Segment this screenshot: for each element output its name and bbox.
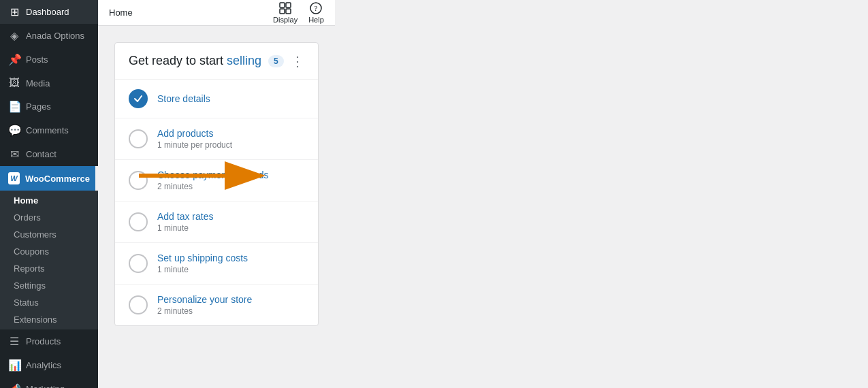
sidebar-item-marketing[interactable]: 📣 Marketing bbox=[0, 377, 98, 388]
sidebar-item-label: Contact bbox=[26, 149, 57, 159]
task-text: Personalize your store 2 minutes bbox=[157, 294, 252, 316]
main-area: Home Display ? Help bbox=[98, 0, 335, 388]
sidebar-item-label: Analytics bbox=[26, 360, 61, 370]
task-label[interactable]: Store details bbox=[157, 93, 210, 104]
display-label: Display bbox=[273, 16, 298, 24]
display-button[interactable]: Display bbox=[273, 2, 298, 24]
task-text: Add products 1 minute per product bbox=[157, 128, 232, 150]
sidebar-item-label: Pages bbox=[26, 101, 51, 112]
task-circle-empty bbox=[129, 295, 148, 314]
task-label[interactable]: Add tax rates bbox=[157, 211, 214, 222]
card-title-text: Get ready to start bbox=[129, 54, 227, 67]
task-sublabel: 1 minute bbox=[157, 265, 248, 274]
help-label: Help bbox=[308, 16, 324, 24]
svg-rect-3 bbox=[286, 9, 291, 14]
comment-icon: 💬 bbox=[8, 124, 20, 137]
woo-sub-coupons[interactable]: Coupons bbox=[0, 243, 98, 260]
task-circle-empty bbox=[129, 254, 148, 273]
sidebar-item-label: Products bbox=[26, 336, 61, 346]
task-label[interactable]: Add products bbox=[157, 128, 232, 139]
display-icon bbox=[279, 2, 291, 14]
woocommerce-header[interactable]: W WooCommerce bbox=[0, 166, 98, 191]
task-label[interactable]: Personalize your store bbox=[157, 294, 252, 305]
sidebar-item-label: Dashboard bbox=[26, 7, 69, 17]
sidebar: Dashboard Anada Options 📌 Posts 🖼 Media … bbox=[0, 0, 98, 388]
task-item-add-tax[interactable]: Add tax rates 1 minute bbox=[115, 201, 318, 243]
sidebar-item-comments[interactable]: 💬 Comments bbox=[0, 118, 98, 142]
woo-sub-extensions[interactable]: Extensions bbox=[0, 311, 98, 328]
image-icon: 🖼 bbox=[8, 77, 20, 89]
sidebar-item-anada-options[interactable]: Anada Options bbox=[0, 24, 98, 48]
task-circle-empty bbox=[129, 129, 148, 148]
task-sublabel: 1 minute bbox=[157, 223, 214, 233]
card-title-highlight: selling bbox=[227, 54, 261, 67]
help-icon: ? bbox=[310, 2, 322, 14]
topbar: Home Display ? Help bbox=[98, 0, 335, 26]
topbar-actions: Display ? Help bbox=[273, 2, 324, 24]
task-label[interactable]: Choose payment methods bbox=[157, 169, 268, 180]
pin-icon: 📌 bbox=[8, 53, 20, 66]
sidebar-item-pages[interactable]: 📄 Pages bbox=[0, 95, 98, 118]
document-icon: 📄 bbox=[8, 100, 20, 113]
task-item-store-details[interactable]: Store details bbox=[115, 80, 318, 118]
task-sublabel: 1 minute per product bbox=[157, 140, 232, 150]
sidebar-item-media[interactable]: 🖼 Media bbox=[0, 71, 98, 95]
woo-sub-customers[interactable]: Customers bbox=[0, 226, 98, 243]
setup-card: Get ready to start selling 5 ⋮ Store det… bbox=[114, 42, 319, 326]
breadcrumb: Home bbox=[109, 7, 133, 18]
woo-sub-settings[interactable]: Settings bbox=[0, 277, 98, 294]
sidebar-item-label: Anada Options bbox=[26, 31, 84, 41]
checkmark-icon bbox=[133, 94, 143, 103]
sidebar-item-label: Marketing bbox=[26, 384, 65, 388]
envelope-icon: ✉ bbox=[8, 148, 20, 161]
sidebar-item-products[interactable]: ☰ Products bbox=[0, 329, 98, 353]
task-circle-empty bbox=[129, 212, 148, 231]
woo-sub-reports[interactable]: Reports bbox=[0, 260, 98, 277]
dashboard-icon bbox=[8, 5, 20, 18]
task-circle-empty bbox=[129, 171, 148, 190]
task-item-add-products[interactable]: Add products 1 minute per product bbox=[115, 118, 318, 160]
card-title: Get ready to start selling bbox=[129, 54, 261, 68]
woocommerce-submenu: Home Orders Customers Coupons Reports Se… bbox=[0, 191, 98, 329]
task-item-choose-payment[interactable]: Choose payment methods 2 minutes bbox=[115, 160, 318, 201]
task-text: Add tax rates 1 minute bbox=[157, 211, 214, 233]
task-sublabel: 2 minutes bbox=[157, 306, 252, 316]
anada-icon bbox=[8, 29, 20, 42]
task-item-personalize[interactable]: Personalize your store 2 minutes bbox=[115, 285, 318, 325]
woocommerce-icon: W bbox=[8, 172, 20, 184]
main-content: Get ready to start selling 5 ⋮ Store det… bbox=[98, 26, 335, 388]
card-more-button[interactable]: ⋮ bbox=[291, 54, 304, 68]
sidebar-item-label: Posts bbox=[26, 54, 48, 65]
sidebar-item-label: Comments bbox=[26, 125, 69, 135]
task-item-shipping[interactable]: Set up shipping costs 1 minute bbox=[115, 243, 318, 285]
woocommerce-section: W WooCommerce Home Orders Customers Coup… bbox=[0, 166, 98, 329]
woo-sub-orders[interactable]: Orders bbox=[0, 209, 98, 226]
woo-sub-status[interactable]: Status bbox=[0, 294, 98, 311]
help-button[interactable]: ? Help bbox=[308, 2, 324, 24]
sidebar-item-analytics[interactable]: 📊 Analytics bbox=[0, 353, 98, 377]
woocommerce-label: WooCommerce bbox=[25, 174, 90, 184]
megaphone-icon: 📣 bbox=[8, 383, 20, 388]
list-icon: ☰ bbox=[8, 335, 20, 348]
svg-rect-1 bbox=[286, 3, 291, 7]
sidebar-item-dashboard[interactable]: Dashboard bbox=[0, 0, 98, 24]
task-label[interactable]: Set up shipping costs bbox=[157, 253, 248, 263]
task-text: Store details bbox=[157, 93, 210, 104]
woo-sub-home[interactable]: Home bbox=[0, 192, 98, 209]
svg-rect-0 bbox=[280, 3, 285, 7]
svg-rect-2 bbox=[280, 9, 285, 14]
card-header: Get ready to start selling 5 ⋮ bbox=[115, 43, 318, 80]
task-text: Set up shipping costs 1 minute bbox=[157, 253, 248, 274]
sidebar-item-contact[interactable]: ✉ Contact bbox=[0, 142, 98, 166]
chart-icon: 📊 bbox=[8, 359, 20, 372]
sidebar-item-posts[interactable]: 📌 Posts bbox=[0, 48, 98, 71]
task-text: Choose payment methods 2 minutes bbox=[157, 169, 268, 191]
sidebar-item-label: Media bbox=[26, 78, 50, 88]
svg-text:?: ? bbox=[315, 4, 318, 12]
task-circle-completed bbox=[129, 89, 148, 108]
task-sublabel: 2 minutes bbox=[157, 182, 268, 191]
task-count-badge: 5 bbox=[268, 55, 284, 67]
